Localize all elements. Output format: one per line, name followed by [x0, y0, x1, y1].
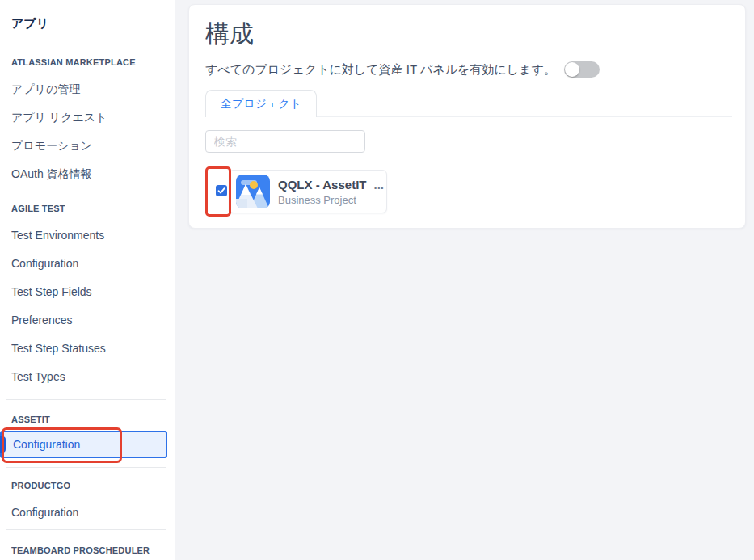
sidebar-title: アプリ — [11, 16, 175, 31]
tab-all-projects[interactable]: 全プロジェクト — [205, 90, 317, 117]
project-card-qqlx-assetit[interactable]: QQLX - AssetIT ... Business Project — [229, 170, 387, 213]
section-header-atlassian-marketplace: ATLASSIAN MARKETPLACE — [11, 57, 163, 68]
sidebar-item-preferences[interactable]: Preferences — [11, 313, 163, 327]
project-category: Business Project — [278, 194, 384, 206]
sidebar-item-label: Configuration — [13, 438, 80, 451]
sidebar-divider — [6, 399, 166, 400]
selected-indicator-bar — [0, 436, 6, 453]
enable-all-projects-row: すべてのプロジェクトに対して資産 IT パネルを有効にします。 — [205, 61, 745, 78]
page-title: 構成 — [205, 19, 745, 48]
sidebar-item-app-requests[interactable]: アプリ リクエスト — [11, 110, 163, 124]
project-checkbox[interactable] — [216, 185, 227, 196]
sidebar-item-test-types[interactable]: Test Types — [11, 369, 163, 384]
sidebar-item-assetit-configuration-selected[interactable]: Configuration — [0, 431, 167, 458]
sidebar-item-oauth-credentials[interactable]: OAuth 資格情報 — [11, 166, 163, 181]
section-header-productgo: PRODUCTGO — [11, 481, 163, 491]
sidebar-item-productgo-configuration[interactable]: Configuration — [11, 505, 163, 520]
configuration-panel: 構成 すべてのプロジェクトに対して資産 IT パネルを有効にします。 全プロジェ… — [188, 4, 746, 229]
sidebar-divider — [6, 529, 166, 530]
check-icon — [217, 187, 225, 195]
project-name: QQLX - AssetIT — [278, 178, 366, 192]
sidebar-divider — [6, 467, 166, 468]
mountain-project-avatar-icon — [236, 175, 270, 208]
enable-all-projects-label: すべてのプロジェクトに対して資産 IT パネルを有効にします。 — [205, 61, 556, 78]
toggle-knob — [565, 62, 579, 77]
apps-sidebar: アプリ ATLASSIAN MARKETPLACE アプリの管理 アプリ リクエ… — [0, 0, 175, 560]
project-name-overflow: ... — [373, 178, 384, 192]
project-search-input[interactable] — [205, 130, 365, 153]
enable-all-projects-toggle[interactable] — [564, 61, 600, 78]
project-tabs: 全プロジェクト — [205, 90, 732, 117]
section-header-assetit: ASSETIT — [11, 415, 163, 425]
section-header-teamboard-proscheduler: TEAMBOARD PROSCHEDULER — [11, 545, 163, 556]
sidebar-item-test-step-fields[interactable]: Test Step Fields — [11, 284, 163, 299]
project-text: QQLX - AssetIT ... Business Project — [278, 178, 384, 206]
project-list-row: QQLX - AssetIT ... Business Project — [205, 166, 745, 217]
sidebar-item-manage-apps[interactable]: アプリの管理 — [11, 82, 163, 96]
sidebar-item-test-step-statuses[interactable]: Test Step Statuses — [11, 341, 163, 356]
sidebar-item-agile-configuration[interactable]: Configuration — [11, 256, 163, 271]
section-header-agile-test: AGILE TEST — [11, 204, 163, 214]
sidebar-item-promotions[interactable]: プロモーション — [11, 138, 163, 153]
sidebar-item-test-environments[interactable]: Test Environments — [11, 228, 163, 242]
